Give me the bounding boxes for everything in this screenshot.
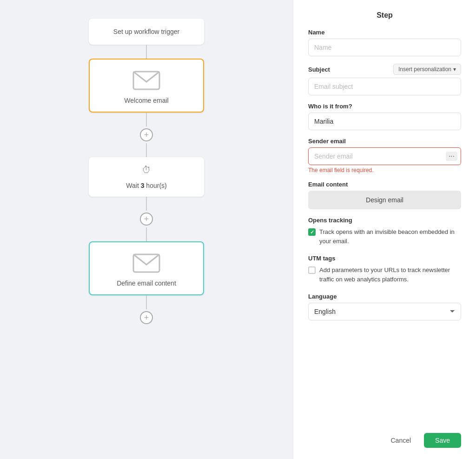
- wait-label: Wait 3 hour(s): [126, 182, 166, 189]
- add-btn-2[interactable]: +: [140, 213, 153, 226]
- language-label: Language: [308, 293, 461, 300]
- save-button[interactable]: Save: [424, 433, 461, 448]
- connector-6: [146, 295, 147, 309]
- utm-checkbox[interactable]: [308, 266, 316, 274]
- from-field-group: Who is it from?: [308, 103, 461, 130]
- welcome-box[interactable]: Welcome email: [89, 59, 204, 113]
- personalization-button[interactable]: Insert personalization ▾: [393, 64, 461, 75]
- define-node: Define email content: [89, 241, 204, 295]
- panel-title: Step: [308, 11, 461, 20]
- language-field-group: Language English: [308, 293, 461, 320]
- opens-tracking-checkbox-group: ✓ Track opens with an invisible beacon e…: [308, 227, 461, 246]
- design-email-button[interactable]: Design email: [308, 191, 461, 209]
- sender-input[interactable]: [308, 147, 461, 165]
- sender-error: The email field is required.: [308, 167, 461, 173]
- welcome-label: Welcome email: [124, 97, 168, 104]
- connector-3: [146, 143, 147, 157]
- left-panel: Set up workflow trigger Welcome email + …: [0, 0, 293, 459]
- utm-tags-section: UTM tags Add parameters to your URLs to …: [308, 255, 461, 286]
- clock-icon: ⏱: [142, 165, 151, 175]
- opens-tracking-text: Track opens with an invisible beacon emb…: [319, 227, 461, 246]
- right-panel: Step Name Subject Insert personalization…: [293, 0, 476, 459]
- subject-label: Subject Insert personalization ▾: [308, 64, 461, 75]
- trigger-label: Set up workflow trigger: [113, 28, 179, 35]
- trigger-box[interactable]: Set up workflow trigger: [89, 19, 204, 45]
- sender-dots-button[interactable]: ···: [446, 152, 457, 161]
- welcome-node: Welcome email: [89, 59, 204, 113]
- from-label: Who is it from?: [308, 103, 461, 110]
- mail-icon-define: [132, 252, 160, 275]
- cancel-button[interactable]: Cancel: [383, 433, 418, 448]
- define-label: Define email content: [117, 279, 176, 287]
- trigger-node: Set up workflow trigger: [89, 19, 204, 45]
- opens-tracking-checkbox[interactable]: ✓: [308, 228, 316, 236]
- email-content-group: Email content Design email: [308, 181, 461, 209]
- subject-input[interactable]: [308, 78, 461, 95]
- connector-5: [146, 227, 147, 241]
- mail-icon-welcome: [132, 69, 160, 92]
- utm-checkbox-group: Add parameters to your URLs to track new…: [308, 266, 461, 284]
- from-input[interactable]: [308, 113, 461, 130]
- connector-1: [146, 45, 147, 59]
- utm-label: UTM tags: [308, 255, 461, 262]
- subject-field-group: Subject Insert personalization ▾: [308, 64, 461, 95]
- define-box[interactable]: Define email content: [89, 241, 204, 295]
- chevron-down-icon: ▾: [453, 66, 456, 73]
- sender-input-wrapper: ···: [308, 147, 461, 165]
- email-content-label: Email content: [308, 181, 461, 188]
- name-input[interactable]: [308, 39, 461, 56]
- wait-node: ⏱ Wait 3 hour(s): [89, 157, 204, 197]
- wait-box[interactable]: ⏱ Wait 3 hour(s): [89, 157, 204, 197]
- name-field-group: Name: [308, 29, 461, 56]
- utm-text: Add parameters to your URLs to track new…: [319, 266, 461, 284]
- add-btn-1[interactable]: +: [140, 128, 153, 141]
- opens-tracking-section: Opens tracking ✓ Track opens with an inv…: [308, 217, 461, 247]
- connector-2: [146, 113, 147, 126]
- language-select[interactable]: English: [308, 303, 461, 320]
- sender-field-group: Sender email ··· The email field is requ…: [308, 138, 461, 173]
- opens-tracking-label: Opens tracking: [308, 217, 461, 224]
- sender-label: Sender email: [308, 138, 461, 145]
- add-btn-3[interactable]: +: [140, 311, 153, 324]
- action-buttons: Cancel Save: [308, 424, 461, 448]
- checkmark-icon: ✓: [310, 229, 314, 235]
- name-label: Name: [308, 29, 461, 36]
- connector-4: [146, 197, 147, 211]
